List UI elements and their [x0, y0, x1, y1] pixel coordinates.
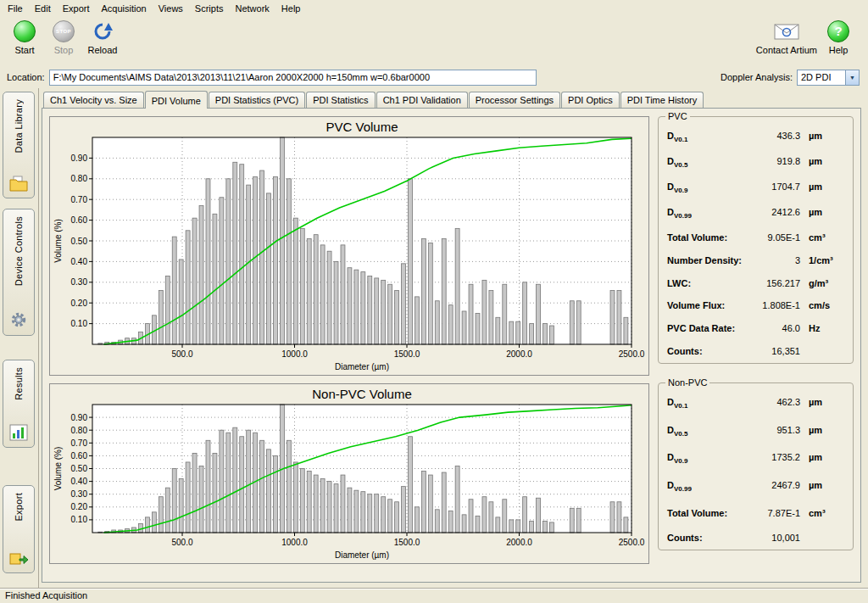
stat-label: DV0.5	[667, 425, 687, 438]
pvc-volume-chart-panel: 0.100.200.300.400.500.600.700.800.90500.…	[49, 116, 649, 376]
svg-text:500.0: 500.0	[171, 349, 192, 359]
stop-label: Stop	[46, 45, 81, 55]
stat-value: 436.3	[687, 131, 809, 141]
stat-value: 9.05E-1	[727, 232, 809, 243]
stat-row: DV0.5951.3µm	[667, 425, 844, 438]
sidebar-item-device-controls[interactable]: Device Controls	[3, 209, 35, 336]
tab-pdi-volume[interactable]: PDI Volume	[145, 91, 208, 109]
svg-text:Non-PVC Volume: Non-PVC Volume	[312, 387, 412, 401]
stat-row: Volume Flux:1.808E-1cm/s	[667, 300, 844, 310]
stat-label: Volume Flux:	[667, 300, 725, 310]
reload-button[interactable]: Reload	[85, 20, 120, 55]
doppler-analysis-select[interactable]: 2D PDI ▼	[797, 70, 860, 86]
stop-icon: STOP	[53, 20, 75, 42]
stat-label: Total Volume:	[667, 508, 727, 518]
stat-value: 462.3	[687, 397, 809, 407]
pvc-stats-rows: DV0.1436.3µmDV0.5919.8µmDV0.91704.7µmDV0…	[667, 131, 844, 356]
sidebar-item-label: Results	[14, 367, 24, 400]
stat-row: DV0.992412.6µm	[667, 207, 844, 220]
stat-row: Counts:10,001	[667, 533, 844, 543]
tab-ch1-velocity-vs-size[interactable]: Ch1 Velocity vs. Size	[43, 92, 144, 108]
help-button[interactable]: ? Help	[821, 20, 856, 55]
tab-ch1-pdi-validation[interactable]: Ch1 PDI Validation	[376, 92, 468, 108]
svg-text:0.50: 0.50	[71, 464, 88, 473]
svg-text:2500.0: 2500.0	[619, 538, 645, 547]
start-icon	[14, 20, 36, 42]
tab-pdi-statistics[interactable]: PDI Statistics	[306, 92, 375, 108]
svg-text:0.50: 0.50	[71, 237, 88, 246]
location-input[interactable]: F:\My Documents\AIMS Data\2013\2013\11\2…	[49, 70, 537, 86]
sidebar-item-data-library[interactable]: Data Library	[3, 92, 35, 198]
svg-text:0.60: 0.60	[71, 215, 88, 225]
stat-unit: cm³	[809, 508, 844, 518]
svg-text:PVC Volume: PVC Volume	[326, 120, 398, 134]
tab-pdi-optics[interactable]: PDI Optics	[561, 92, 620, 108]
stat-value: 1735.2	[687, 452, 809, 462]
envelope-icon	[756, 20, 817, 42]
stat-label: DV0.1	[667, 397, 687, 410]
charts-column: 0.100.200.300.400.500.600.700.800.90500.…	[49, 116, 649, 575]
start-label: Start	[7, 45, 42, 55]
stat-value: 1.808E-1	[725, 300, 809, 310]
stat-value: 1704.7	[687, 181, 809, 192]
contact-artium-button[interactable]: Contact Artium	[756, 20, 817, 55]
pdi-volume-tab-panel: 0.100.200.300.400.500.600.700.800.90500.…	[42, 108, 861, 583]
svg-text:0.70: 0.70	[71, 438, 88, 448]
menu-item-views[interactable]: Views	[153, 1, 189, 16]
sidebar-item-label: Device Controls	[14, 216, 24, 286]
menu-item-scripts[interactable]: Scripts	[189, 1, 230, 16]
stat-unit: 1/cm³	[809, 255, 844, 265]
menu-item-network[interactable]: Network	[229, 1, 275, 16]
menu-item-file[interactable]: File	[2, 1, 29, 16]
toolbar: Start STOP Stop Reload	[0, 17, 868, 66]
stat-value: 10,001	[703, 533, 809, 543]
main-area: Data Library Device Controls	[0, 88, 868, 588]
sidebar-item-export[interactable]: Export	[3, 485, 35, 573]
tab-pdi-time-history[interactable]: PDI Time History	[620, 92, 704, 108]
stat-label: DV0.99	[667, 207, 692, 220]
stat-label: PVC Data Rate:	[667, 323, 735, 333]
sidebar-item-results[interactable]: Results	[3, 360, 35, 448]
stat-row: Total Volume:9.05E-1cm³	[667, 232, 844, 243]
stat-row: Counts:16,351	[667, 346, 844, 356]
reload-icon	[85, 20, 120, 42]
non-pvc-stats-group: Non-PVC DV0.1462.3µmDV0.5951.3µmDV0.9173…	[658, 382, 854, 550]
chevron-down-icon[interactable]: ▼	[845, 70, 859, 85]
svg-text:Volume (%): Volume (%)	[53, 219, 63, 263]
sidebar-item-label: Export	[14, 493, 24, 522]
svg-text:0.40: 0.40	[71, 257, 88, 266]
pvc-group-title: PVC	[665, 111, 690, 121]
svg-text:0.10: 0.10	[71, 515, 88, 524]
svg-text:1000.0: 1000.0	[281, 349, 308, 359]
stat-label: DV0.99	[667, 480, 692, 493]
svg-text:500.0: 500.0	[171, 538, 192, 547]
stat-unit: g/m³	[809, 278, 844, 288]
menu-item-acquisition[interactable]: Acquisition	[96, 1, 153, 16]
svg-text:1500.0: 1500.0	[394, 538, 420, 547]
svg-text:2000.0: 2000.0	[506, 349, 532, 359]
tab-pdi-statistics-pvc[interactable]: PDI Statistics (PVC)	[209, 92, 305, 108]
stat-row: DV0.91735.2µm	[667, 452, 844, 465]
stat-label: DV0.5	[667, 156, 687, 169]
stat-unit: cm³	[809, 232, 844, 243]
sidebar: Data Library Device Controls	[0, 88, 39, 588]
stat-row: DV0.5919.8µm	[667, 156, 844, 169]
svg-text:0.20: 0.20	[71, 502, 88, 511]
menu-item-export[interactable]: Export	[57, 1, 96, 16]
stat-unit: Hz	[809, 323, 844, 333]
start-button[interactable]: Start	[7, 20, 42, 55]
stat-row: DV0.1436.3µm	[667, 131, 844, 143]
stop-button[interactable]: STOP Stop	[46, 20, 81, 55]
contact-artium-label: Contact Artium	[756, 45, 817, 55]
stat-label: DV0.9	[667, 452, 687, 465]
stat-row: DV0.992467.9µm	[667, 480, 844, 493]
tab-processor-settings[interactable]: Processor Settings	[469, 92, 560, 108]
svg-text:0.80: 0.80	[71, 174, 88, 183]
stat-unit: µm	[809, 207, 844, 217]
menu-item-edit[interactable]: Edit	[29, 1, 57, 16]
gear-icon	[9, 307, 28, 331]
svg-text:0.70: 0.70	[71, 195, 88, 204]
stat-label: Counts:	[667, 533, 703, 543]
menu-item-help[interactable]: Help	[275, 1, 307, 16]
svg-text:0.10: 0.10	[71, 319, 88, 328]
